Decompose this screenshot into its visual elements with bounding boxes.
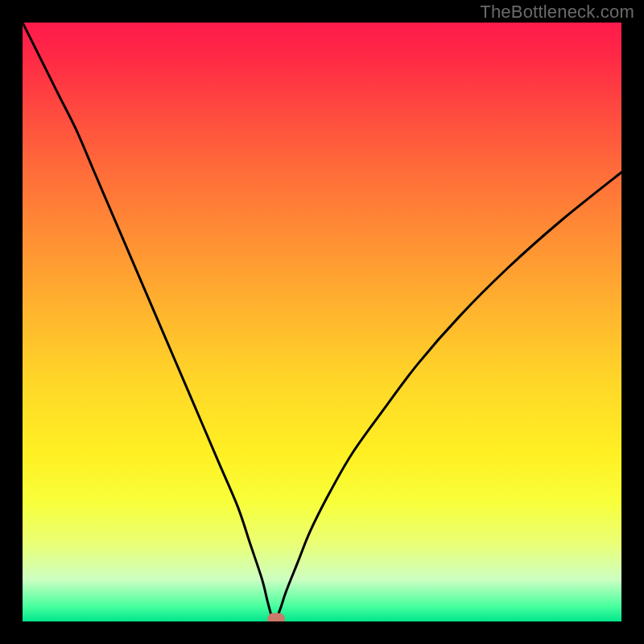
watermark-text: TheBottleneck.com [480, 2, 634, 23]
curve-layer [23, 23, 621, 621]
chart-frame: TheBottleneck.com [0, 0, 644, 644]
minimum-marker [267, 613, 285, 622]
plot-area [23, 23, 621, 621]
bottleneck-curve [23, 23, 621, 621]
